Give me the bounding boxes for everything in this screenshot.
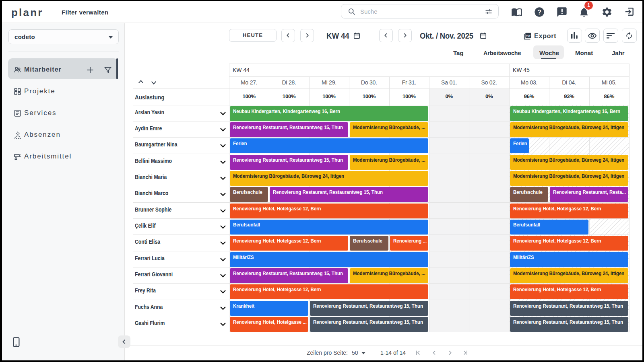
svg-text:PDF: PDF [526,35,531,37]
svg-text:?: ? [537,9,541,16]
